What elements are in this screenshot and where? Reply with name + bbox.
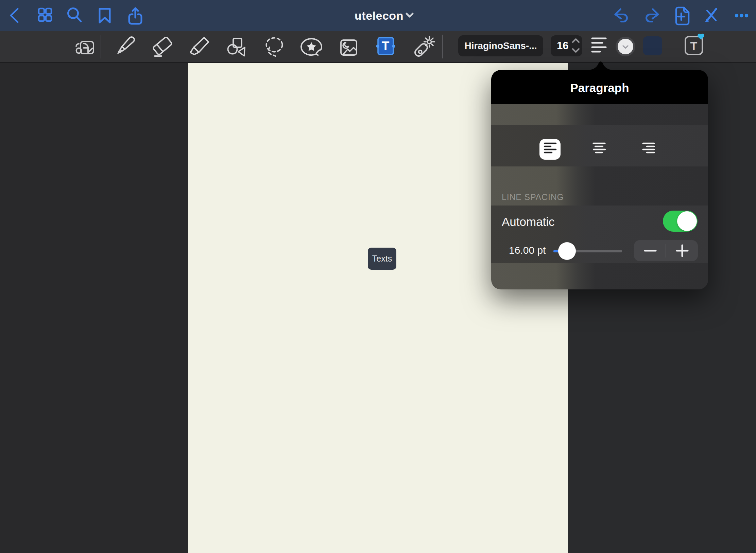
svg-text:T: T <box>690 39 698 52</box>
svg-text:T: T <box>382 39 390 53</box>
